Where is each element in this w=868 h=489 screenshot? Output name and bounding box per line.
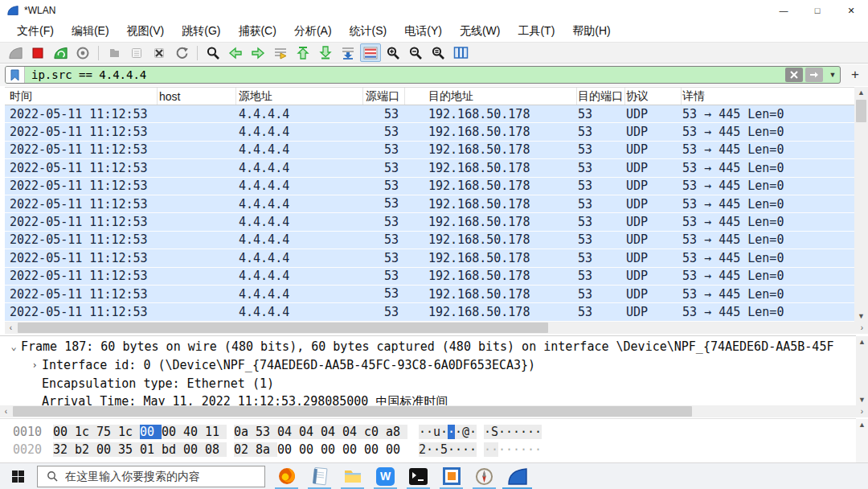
column-header-host[interactable]: host xyxy=(158,88,236,105)
resize-columns-button[interactable] xyxy=(450,43,471,62)
detail-line[interactable]: ›Interface id: 0 (\Device\NPF_{74AEDE6D-… xyxy=(0,356,856,375)
capture-restart-button[interactable] xyxy=(50,43,71,62)
scroll-right-arrow[interactable]: › xyxy=(856,322,868,334)
column-header-src-addr[interactable]: 源地址 xyxy=(236,88,363,105)
taskbar-app-vmware[interactable] xyxy=(435,463,468,489)
column-header-dst-port[interactable]: 目的端口 xyxy=(577,88,625,105)
filter-apply-button[interactable] xyxy=(805,68,823,82)
packet-row[interactable]: 2022-05-11 11:12:534.4.4.453192.168.50.1… xyxy=(5,159,854,177)
filter-bookmark-button[interactable] xyxy=(6,67,25,83)
menu-item-help[interactable]: 帮助(H) xyxy=(563,24,619,39)
packet-row[interactable]: 2022-05-11 11:12:534.4.4.453192.168.50.1… xyxy=(5,213,854,231)
close-file-button[interactable] xyxy=(149,43,170,62)
taskbar-app-compass[interactable] xyxy=(468,463,501,489)
scrollbar-thumb[interactable] xyxy=(18,323,548,333)
zoom-in-button[interactable] xyxy=(383,43,403,62)
column-header-info[interactable]: 详情 xyxy=(682,88,854,105)
scroll-left-arrow[interactable]: ‹ xyxy=(0,405,12,417)
scrollbar-thumb[interactable] xyxy=(13,406,692,417)
detail-line[interactable]: Encapsulation type: Ethernet (1) xyxy=(0,375,856,393)
reload-button[interactable] xyxy=(171,43,192,62)
column-header-src-port[interactable]: 源端口 xyxy=(363,88,405,105)
packet-row[interactable]: 2022-05-11 11:12:534.4.4.453192.168.50.1… xyxy=(5,303,854,321)
taskbar-app-wireshark[interactable] xyxy=(501,463,534,489)
save-icon xyxy=(130,47,143,60)
zoom-out-button[interactable] xyxy=(405,43,426,62)
filter-dropdown-caret[interactable]: ▼ xyxy=(825,71,840,79)
scroll-up-arrow[interactable]: ▲ xyxy=(856,419,868,430)
find-packet-button[interactable] xyxy=(203,43,223,62)
expand-chevron-icon[interactable]: › xyxy=(27,360,42,371)
capture-options-button[interactable] xyxy=(72,43,93,62)
scrollbar-thumb[interactable] xyxy=(856,100,866,122)
menu-item-analyze[interactable]: 分析(A) xyxy=(285,24,341,39)
last-packet-button[interactable] xyxy=(315,43,336,62)
packet-cell: 53 xyxy=(577,269,625,283)
scroll-up-arrow[interactable]: ▲ xyxy=(854,87,868,98)
taskbar-app-file-explorer[interactable] xyxy=(336,463,369,489)
detail-line[interactable]: ⌄Frame 187: 60 bytes on wire (480 bits),… xyxy=(0,338,856,356)
filter-add-button[interactable]: + xyxy=(845,66,865,84)
packet-row[interactable]: 2022-05-11 11:12:534.4.4.453192.168.50.1… xyxy=(5,232,854,249)
taskbar-app-firefox[interactable] xyxy=(270,463,303,489)
packet-row[interactable]: 2022-05-11 11:12:534.4.4.453192.168.50.1… xyxy=(5,249,854,267)
scroll-right-arrow[interactable]: › xyxy=(856,405,868,417)
column-header-protocol[interactable]: 协议 xyxy=(625,88,682,105)
taskbar-app-terminal[interactable] xyxy=(402,463,435,489)
menu-item-statistics[interactable]: 统计(S) xyxy=(341,24,396,39)
taskbar-search-box[interactable] xyxy=(37,466,265,487)
start-button[interactable] xyxy=(0,463,35,489)
column-header-dst-addr[interactable]: 目的地址 xyxy=(405,88,577,105)
expand-chevron-icon[interactable]: ⌄ xyxy=(6,341,21,352)
packet-row[interactable]: 2022-05-11 11:12:534.4.4.453192.168.50.1… xyxy=(5,178,854,195)
colorize-button[interactable] xyxy=(360,43,381,62)
taskbar-app-notepad[interactable] xyxy=(303,463,336,489)
taskbar-app-wps[interactable]: W xyxy=(369,463,402,489)
prev-packet-button[interactable] xyxy=(225,43,246,62)
hex-row[interactable]: 002032b2003501bd0008028a0000000000002··5… xyxy=(0,441,856,458)
packet-row[interactable]: 2022-05-11 11:12:534.4.4.453192.168.50.1… xyxy=(5,286,854,303)
next-packet-button[interactable] xyxy=(248,43,268,62)
display-filter-input[interactable] xyxy=(25,67,785,83)
taskbar-search-input[interactable] xyxy=(65,470,250,483)
scroll-down-arrow[interactable]: ▼ xyxy=(856,394,868,405)
detail-line[interactable]: Arrival Time: May 11, 2022 11:12:53.2980… xyxy=(0,392,856,405)
capture-start-button[interactable] xyxy=(5,43,26,62)
packet-row[interactable]: 2022-05-11 11:12:534.4.4.453192.168.50.1… xyxy=(5,142,854,159)
menu-item-view[interactable]: 视图(V) xyxy=(118,24,174,39)
scroll-up-arrow[interactable]: ▲ xyxy=(856,336,868,347)
autoscroll-button[interactable] xyxy=(338,43,358,62)
packet-list-vscrollbar[interactable]: ▲ ▼ xyxy=(854,87,868,322)
scroll-left-arrow[interactable]: ‹ xyxy=(5,322,17,334)
details-vscrollbar[interactable]: ▲ ▼ xyxy=(856,336,868,405)
close-button[interactable]: ✕ xyxy=(834,0,868,21)
filter-clear-button[interactable] xyxy=(785,68,803,82)
minimize-button[interactable]: — xyxy=(767,0,800,21)
packet-row[interactable]: 2022-05-11 11:12:534.4.4.453192.168.50.1… xyxy=(5,195,854,213)
menu-item-telephony[interactable]: 电话(Y) xyxy=(395,24,451,39)
display-filter-field[interactable]: ▼ xyxy=(5,66,841,84)
ascii-char: · xyxy=(448,442,455,457)
menu-item-file[interactable]: 文件(F) xyxy=(8,24,63,39)
packet-row[interactable]: 2022-05-11 11:12:534.4.4.453192.168.50.1… xyxy=(5,123,854,141)
capture-stop-button[interactable] xyxy=(27,43,48,62)
bytes-vscrollbar[interactable]: ▲ xyxy=(856,419,868,462)
packet-row[interactable]: 2022-05-11 11:12:534.4.4.453192.168.50.1… xyxy=(5,268,854,286)
scroll-down-arrow[interactable]: ▼ xyxy=(854,310,868,322)
menu-item-capture[interactable]: 捕获(C) xyxy=(229,24,285,39)
packet-row[interactable]: 2022-05-11 11:12:534.4.4.453192.168.50.1… xyxy=(5,105,854,123)
goto-packet-button[interactable] xyxy=(270,43,291,62)
hex-row[interactable]: 0010001c751c000040110a5304040404c0a8··u·… xyxy=(0,423,856,441)
menu-item-edit[interactable]: 编辑(E) xyxy=(63,24,118,39)
save-file-button[interactable] xyxy=(126,43,147,62)
zoom-reset-button[interactable] xyxy=(428,43,448,62)
menu-item-wireless[interactable]: 无线(W) xyxy=(451,24,510,39)
first-packet-button[interactable] xyxy=(293,43,313,62)
column-header-time[interactable]: 时间 xyxy=(5,88,158,105)
maximize-button[interactable]: □ xyxy=(800,0,834,21)
packet-list-hscrollbar[interactable]: ‹ › xyxy=(5,322,868,334)
menu-item-go[interactable]: 跳转(G) xyxy=(173,24,229,39)
open-file-button[interactable] xyxy=(104,43,125,62)
menu-item-tools[interactable]: 工具(T) xyxy=(509,24,563,39)
details-hscrollbar[interactable]: ‹ › xyxy=(0,405,868,417)
